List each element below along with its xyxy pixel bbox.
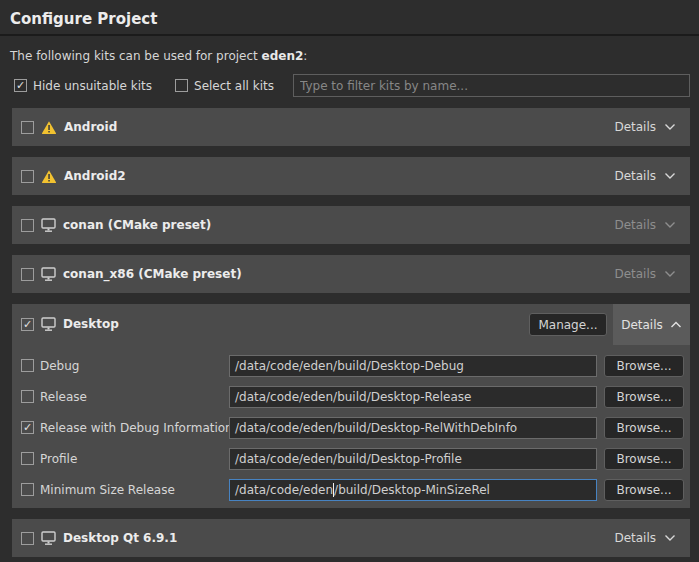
details-toggle-expanded[interactable]: Details xyxy=(613,304,690,345)
intro-text: The following kits can be used for proje… xyxy=(10,49,689,63)
build-dir-input[interactable]: /data/code/eden/build/Desktop-Debug xyxy=(229,355,597,377)
chevron-up-icon xyxy=(670,321,682,329)
kit-checkbox[interactable] xyxy=(21,170,34,183)
kit-checkbox[interactable] xyxy=(21,532,34,545)
config-label: Debug xyxy=(40,359,229,373)
build-config-row-debug: Debug /data/code/eden/build/Desktop-Debu… xyxy=(12,350,690,381)
details-label: Details xyxy=(621,318,663,332)
build-dir-value: /data/code/eden/build/Desktop-RelWithDeb… xyxy=(235,421,517,435)
build-config-row-release: Release /data/code/eden/build/Desktop-Re… xyxy=(12,381,690,412)
kit-checkbox[interactable] xyxy=(21,318,34,331)
kit-name: conan_x86 (CMake preset) xyxy=(63,267,242,281)
build-config-row-relwithdebinfo: Release with Debug Information /data/cod… xyxy=(12,412,690,443)
kit-name: Android2 xyxy=(64,169,126,183)
chevron-down-icon xyxy=(664,221,676,229)
chevron-down-icon xyxy=(664,534,676,542)
manage-kits-button[interactable]: Manage... xyxy=(529,313,607,336)
config-checkbox[interactable] xyxy=(21,483,34,496)
build-config-row-minsizerel: Minimum Size Release /data/code/eden/bui… xyxy=(12,474,690,505)
details-label: Details xyxy=(614,169,656,183)
kit-section-desktop: Details Manage... Desktop Debug /data/co… xyxy=(12,304,690,508)
project-name: eden2 xyxy=(262,49,304,63)
details-toggle[interactable]: Details xyxy=(606,519,684,557)
kit-checkbox[interactable] xyxy=(21,121,34,134)
browse-button[interactable]: Browse... xyxy=(604,386,684,408)
kit-row-android2[interactable]: Android2 Details xyxy=(12,157,690,195)
config-checkbox[interactable] xyxy=(21,390,34,403)
build-config-row-profile: Profile /data/code/eden/build/Desktop-Pr… xyxy=(12,443,690,474)
page-title: Configure Project xyxy=(0,0,699,34)
kit-row-conan[interactable]: conan (CMake preset) Details xyxy=(12,206,690,244)
config-checkbox[interactable] xyxy=(21,452,34,465)
warning-icon xyxy=(41,120,57,135)
warning-icon xyxy=(41,169,57,184)
browse-button[interactable]: Browse... xyxy=(604,355,684,377)
config-checkbox[interactable] xyxy=(21,421,34,434)
browse-button[interactable]: Browse... xyxy=(604,479,684,501)
details-toggle[interactable]: Details xyxy=(606,157,684,195)
build-dir-input[interactable]: /data/code/eden/build/Desktop-Release xyxy=(229,386,597,408)
details-toggle: Details xyxy=(606,206,684,244)
details-label: Details xyxy=(614,218,656,232)
kit-row-desktop-qt[interactable]: Desktop Qt 6.9.1 Details xyxy=(12,519,690,557)
chevron-down-icon xyxy=(664,123,676,131)
kit-row-android[interactable]: Android Details xyxy=(12,108,690,146)
browse-button[interactable]: Browse... xyxy=(604,417,684,439)
details-toggle: Details xyxy=(606,255,684,293)
monitor-icon xyxy=(41,531,56,545)
build-dir-value: /data/code/eden/build/Desktop-Release xyxy=(235,390,471,404)
details-toggle[interactable]: Details xyxy=(606,108,684,146)
details-label: Details xyxy=(614,267,656,281)
chevron-down-icon xyxy=(664,270,676,278)
config-checkbox[interactable] xyxy=(21,359,34,372)
select-all-checkbox[interactable] xyxy=(175,79,188,92)
filter-toolbar: Hide unsuitable kits Select all kits xyxy=(14,74,690,97)
monitor-icon xyxy=(41,218,56,232)
monitor-icon xyxy=(41,267,56,281)
build-dir-value: /build/Desktop-MinSizeRel xyxy=(334,483,490,497)
kit-row-conan-x86[interactable]: conan_x86 (CMake preset) Details xyxy=(12,255,690,293)
build-config-list: Debug /data/code/eden/build/Desktop-Debu… xyxy=(12,344,690,505)
hide-unsuitable-checkbox[interactable] xyxy=(14,79,27,92)
kit-filter-input[interactable] xyxy=(293,74,690,97)
build-dir-input[interactable]: /data/code/eden/build/Desktop-Profile xyxy=(229,448,597,470)
kit-name: Desktop xyxy=(63,317,119,331)
kit-name: conan (CMake preset) xyxy=(63,218,211,232)
kit-checkbox[interactable] xyxy=(21,219,34,232)
chevron-down-icon xyxy=(664,172,676,180)
intro-suffix: : xyxy=(303,49,307,63)
intro-prefix: The following kits can be used for proje… xyxy=(10,49,262,63)
title-separator xyxy=(0,34,699,36)
build-dir-input-focused[interactable]: /data/code/eden/build/Desktop-MinSizeRel xyxy=(229,479,597,501)
details-label: Details xyxy=(614,531,656,545)
config-label: Minimum Size Release xyxy=(40,483,229,497)
hide-unsuitable-label[interactable]: Hide unsuitable kits xyxy=(33,79,152,93)
config-label: Profile xyxy=(40,452,229,466)
config-label: Release with Debug Information xyxy=(40,421,229,435)
browse-button[interactable]: Browse... xyxy=(604,448,684,470)
build-dir-value: /data/code/eden/build/Desktop-Profile xyxy=(235,452,462,466)
build-dir-input[interactable]: /data/code/eden/build/Desktop-RelWithDeb… xyxy=(229,417,597,439)
build-dir-value: /data/code/eden xyxy=(235,483,333,497)
details-label: Details xyxy=(614,120,656,134)
select-all-label[interactable]: Select all kits xyxy=(194,79,274,93)
monitor-icon xyxy=(41,317,56,331)
kit-name: Android xyxy=(64,120,117,134)
build-dir-value: /data/code/eden/build/Desktop-Debug xyxy=(235,359,464,373)
kit-checkbox[interactable] xyxy=(21,268,34,281)
kit-name: Desktop Qt 6.9.1 xyxy=(63,531,177,545)
config-label: Release xyxy=(40,390,229,404)
